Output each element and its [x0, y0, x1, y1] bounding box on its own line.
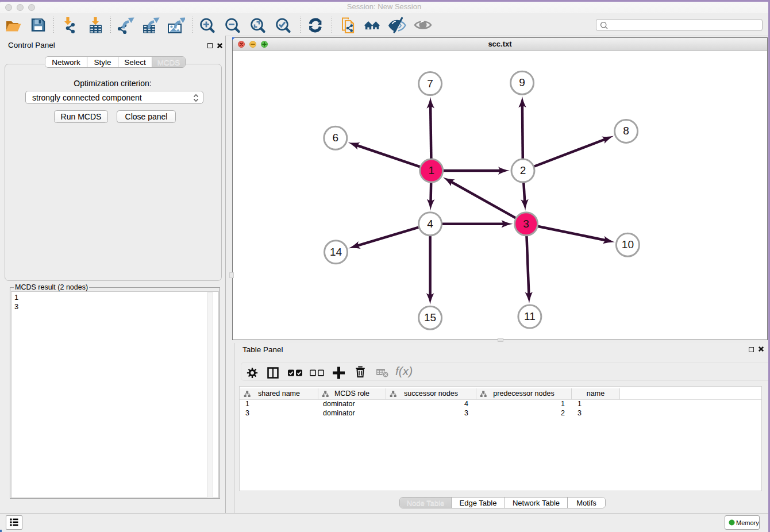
svg-text:3: 3	[523, 218, 529, 230]
svg-text:10: 10	[622, 238, 634, 250]
svg-text:4: 4	[427, 218, 433, 230]
svg-text:8: 8	[623, 125, 629, 137]
svg-text:14: 14	[330, 246, 342, 258]
svg-text:1: 1	[428, 164, 434, 176]
svg-text:2: 2	[520, 164, 526, 176]
svg-text:6: 6	[333, 132, 339, 144]
svg-text:15: 15	[424, 311, 436, 323]
svg-text:7: 7	[427, 78, 433, 90]
svg-text:9: 9	[519, 76, 525, 88]
svg-text:11: 11	[524, 310, 536, 322]
svg-text:f(x): f(x)	[395, 365, 413, 377]
